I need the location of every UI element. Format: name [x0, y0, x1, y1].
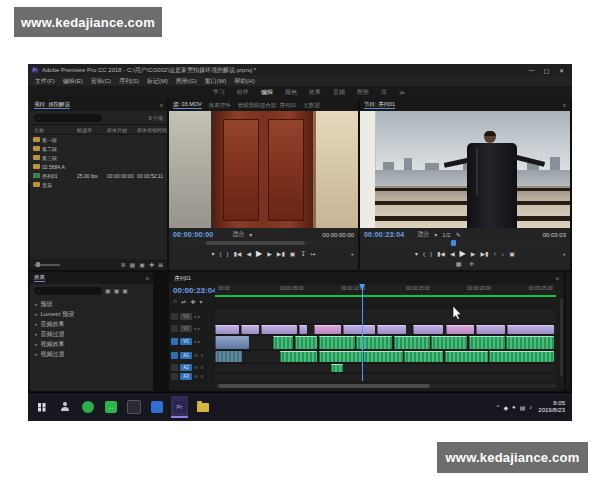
source-patch-a2[interactable]	[171, 364, 178, 371]
track-header-a2[interactable]: A2 M S	[171, 363, 213, 371]
button-editor-icon[interactable]: +	[562, 251, 566, 257]
audio-clip-mixer-tab[interactable]: 音频剪辑混合器: 序列01	[238, 102, 297, 109]
export-frame-icon[interactable]: ▣	[290, 250, 296, 257]
taskbar-explorer-icon[interactable]	[194, 396, 211, 418]
safe-margins-icon[interactable]: ✛	[469, 260, 474, 267]
track-header-a1[interactable]: A1 M S	[171, 350, 213, 361]
track-target-v3[interactable]: V3	[180, 313, 192, 320]
add-marker-icon[interactable]: ▾	[211, 250, 214, 257]
program-video-frame[interactable]	[360, 111, 570, 228]
panel-menu-icon[interactable]: ≡	[146, 275, 149, 281]
track-v3[interactable]	[215, 308, 556, 323]
timeline-clip-a1[interactable]	[280, 351, 318, 362]
timeline-clip-v1[interactable]	[295, 336, 318, 349]
overwrite-icon[interactable]: ↦	[310, 250, 315, 257]
menu-window[interactable]: 窗口(W)	[205, 77, 227, 86]
timeline-clip-v2[interactable]	[377, 325, 406, 334]
timeline-clip-v2[interactable]	[343, 325, 375, 334]
minimize-button[interactable]: —	[524, 67, 539, 74]
menu-help[interactable]: 帮助(H)	[234, 77, 254, 86]
track-target-a2[interactable]: A2	[180, 364, 192, 371]
go-to-out-icon[interactable]: ▶▮	[480, 250, 488, 257]
step-forward-icon[interactable]: ▶	[267, 250, 272, 257]
program-seek-bar[interactable]	[364, 241, 566, 245]
project-row-bin5[interactable]: 音乐	[30, 180, 167, 189]
timeline-timecode[interactable]: 00:00:23:04	[173, 286, 217, 295]
timeline-clip-v2[interactable]	[314, 325, 341, 334]
source-patch-v1[interactable]	[171, 338, 178, 345]
play-button[interactable]: ▶	[460, 249, 466, 258]
icon-view-icon[interactable]: ▦	[130, 261, 136, 268]
column-framerate[interactable]: 帧速率	[77, 127, 107, 133]
column-media-start[interactable]: 媒体开始	[107, 127, 137, 133]
step-back-icon[interactable]: ◀	[246, 250, 251, 257]
timeline-playhead[interactable]	[362, 286, 363, 381]
track-target-a1[interactable]: A1	[180, 352, 192, 359]
step-back-icon[interactable]: ◀	[450, 250, 455, 257]
menu-edit[interactable]: 编辑(E)	[63, 77, 83, 86]
timeline-clip-v1[interactable]	[431, 336, 467, 349]
timeline-vertical-scrollbar[interactable]	[560, 298, 563, 377]
mark-in-icon[interactable]: {	[220, 251, 222, 257]
taskbar-people-icon[interactable]	[56, 396, 73, 418]
program-timecode[interactable]: 00:00:23:04	[364, 231, 404, 238]
timeline-clip-v2[interactable]	[299, 325, 307, 334]
insert-icon[interactable]: ↧	[300, 250, 305, 257]
favorites-bin-icon[interactable]: ▣	[105, 287, 111, 294]
add-marker-icon[interactable]: ▾	[415, 250, 418, 257]
effects-group-video-effects[interactable]: ▸视频效果	[30, 339, 153, 349]
maximize-button[interactable]: ▢	[539, 67, 554, 74]
timeline-clip-v2[interactable]	[241, 325, 259, 334]
workspace-tab-effects[interactable]: 效果	[309, 88, 321, 97]
panel-menu-icon[interactable]: ≡	[160, 102, 163, 108]
source-patch-a1[interactable]	[171, 352, 178, 359]
workspace-tab-audio[interactable]: 音频	[333, 88, 345, 97]
track-v1[interactable]	[215, 335, 556, 349]
effects-search-input[interactable]: ○	[34, 287, 102, 295]
timeline-clip-v2[interactable]	[476, 325, 505, 334]
track-header-v2[interactable]: V2 ●●	[171, 324, 213, 333]
workspace-tab-learn[interactable]: 学习	[213, 88, 225, 97]
timeline-clip-a2[interactable]	[331, 364, 343, 372]
timeline-clip-a1[interactable]	[489, 351, 554, 362]
track-target-v2[interactable]: V2	[180, 325, 192, 332]
comparison-view-icon[interactable]: ▦	[456, 260, 462, 267]
tray-icon-2[interactable]: ●	[512, 404, 516, 410]
new-bin-icon[interactable]: ▣	[139, 261, 145, 268]
taskbar-app-blue[interactable]	[148, 396, 165, 418]
source-fit-select[interactable]: 适合	[232, 230, 244, 239]
project-row-bin2[interactable]: 第二段	[30, 144, 167, 153]
workspace-overflow-icon[interactable]: ≫	[399, 89, 405, 96]
project-search-input[interactable]: ○	[34, 114, 102, 122]
mark-out-icon[interactable]: }	[227, 251, 229, 257]
track-target-a3[interactable]: A3	[180, 373, 192, 380]
source-patch-a3[interactable]	[171, 373, 178, 380]
mark-out-icon[interactable]: }	[430, 251, 432, 257]
workspace-tab-editing[interactable]: 编辑	[261, 88, 273, 97]
go-to-in-icon[interactable]: ▮◀	[234, 250, 242, 257]
settings-wrench-icon[interactable]: ✎	[456, 231, 461, 238]
track-v2[interactable]	[215, 324, 556, 334]
source-timecode[interactable]: 00:00:00:00	[173, 231, 213, 238]
track-a1[interactable]	[215, 350, 556, 362]
lift-icon[interactable]: ↑	[493, 251, 496, 257]
program-tab[interactable]: 节目: 序列01	[364, 101, 395, 109]
workspace-tab-assembly[interactable]: 组件	[237, 88, 249, 97]
timeline-clip-a1[interactable]	[445, 351, 488, 362]
export-frame-icon[interactable]: ▣	[509, 250, 515, 257]
metadata-tab[interactable]: 元数据	[303, 102, 320, 109]
taskbar-app-dark[interactable]	[125, 396, 142, 418]
workspace-tab-graphics[interactable]: 图形	[357, 88, 369, 97]
timeline-horizontal-scrollbar[interactable]	[215, 384, 556, 388]
track-header-v3[interactable]: V3 ●●	[171, 310, 213, 322]
effect-controls-tab[interactable]: 效果控件	[209, 102, 231, 109]
timeline-clip-v1[interactable]	[394, 336, 430, 349]
column-media-duration[interactable]: 媒体持续时间	[137, 127, 167, 133]
project-tab[interactable]: 项目: 旅拍解说	[34, 101, 70, 109]
taskbar-clock[interactable]: 8:05 2019/8/23	[538, 400, 565, 414]
timeline-clip-v2[interactable]	[215, 325, 239, 334]
timeline-clip-v1[interactable]	[273, 336, 293, 349]
start-button[interactable]	[33, 396, 50, 418]
thumbnail-zoom-slider[interactable]	[34, 264, 60, 266]
source-video-frame[interactable]	[169, 111, 358, 228]
